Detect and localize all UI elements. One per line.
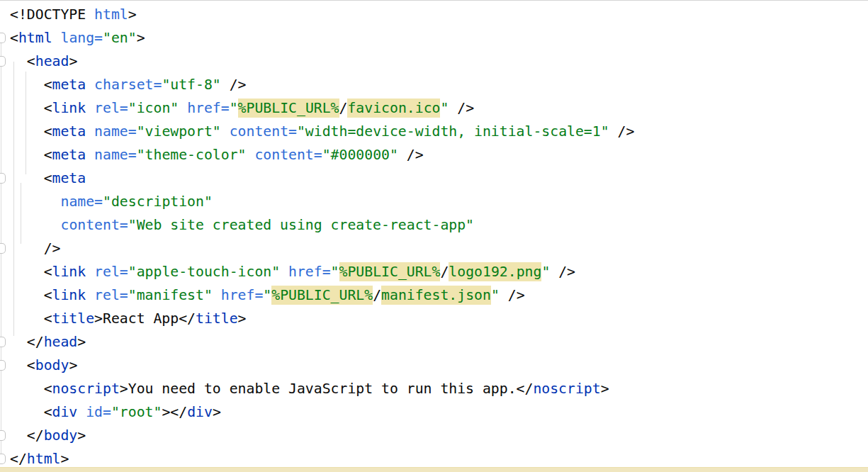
code-token: < [10, 404, 52, 420]
template-highlight: logo192.png [449, 262, 541, 281]
code-token: lang= [60, 30, 103, 46]
code-token: " [263, 287, 271, 303]
code-token [86, 147, 94, 163]
code-line[interactable]: name="description" [0, 190, 868, 213]
code-token: ></ [162, 404, 187, 420]
code-line[interactable]: <link rel="icon" href="%PUBLIC_URL%/favi… [0, 96, 868, 120]
code-editor[interactable]: <!DOCTYPE html><html lang="en"> <head> <… [0, 0, 868, 472]
code-line[interactable]: /> [0, 237, 868, 260]
code-line[interactable]: <body> [0, 354, 868, 377]
code-token: name= [60, 193, 103, 210]
code-line[interactable]: <meta name="viewport" content="width=dev… [0, 120, 868, 143]
code-token: "root" [111, 404, 162, 420]
code-token: href= [187, 100, 230, 116]
code-token [280, 264, 288, 280]
code-token: title [196, 310, 238, 327]
code-token: meta [52, 170, 86, 186]
code-token: " [331, 264, 339, 280]
code-token: /> [221, 77, 247, 93]
code-line[interactable]: <title>React App</title> [0, 307, 868, 330]
fold-toggle[interactable] [0, 337, 6, 347]
fold-toggle[interactable] [0, 430, 6, 441]
code-area[interactable]: <!DOCTYPE html><html lang="en"> <head> <… [0, 3, 868, 471]
code-token: > [213, 404, 221, 420]
code-token: < [10, 30, 18, 46]
code-token: </ [10, 334, 44, 350]
code-line[interactable]: <!DOCTYPE html> [0, 3, 868, 26]
code-token: > [238, 310, 247, 327]
code-line[interactable]: <meta name="theme-color" content="#00000… [0, 143, 868, 167]
code-token: " [541, 264, 550, 280]
code-token: div [187, 404, 213, 420]
code-token: / [440, 264, 449, 280]
code-token: > [77, 334, 86, 350]
code-token: content= [60, 217, 128, 233]
fold-toggle[interactable] [0, 243, 6, 254]
bottom-strip [0, 467, 868, 472]
code-token: id= [86, 404, 111, 420]
code-line[interactable]: </body> [0, 424, 868, 447]
code-token: "Web site created using create-react-app… [128, 217, 474, 233]
code-token: < [10, 357, 35, 373]
code-token: > [77, 427, 86, 444]
code-line[interactable]: <meta charset="utf-8" /> [0, 73, 868, 96]
code-token [221, 123, 230, 140]
fold-toggle[interactable] [0, 33, 6, 43]
code-token [86, 264, 94, 280]
code-token: name= [94, 123, 137, 140]
fold-connector-line [13, 62, 14, 336]
code-token: link [52, 264, 86, 280]
code-token: href= [288, 264, 331, 280]
code-token: < [10, 310, 52, 327]
code-token: < [10, 170, 52, 186]
code-line[interactable]: <link rel="manifest" href="%PUBLIC_URL%/… [0, 283, 868, 307]
code-token: >React App</ [94, 310, 196, 327]
code-token: "icon" [128, 100, 179, 116]
code-token: /> [398, 147, 424, 163]
code-line[interactable]: </head> [0, 330, 868, 354]
template-highlight: %PUBLIC_URL% [238, 99, 339, 118]
fold-toggle[interactable] [0, 454, 6, 464]
fold-toggle[interactable] [0, 360, 6, 371]
code-token: "description" [103, 193, 213, 210]
code-token: body [44, 427, 78, 444]
code-token: meta [52, 77, 86, 93]
code-token: / [373, 287, 381, 303]
code-token: /> [449, 100, 474, 116]
code-token: > [601, 381, 609, 397]
fold-toggle[interactable] [0, 56, 6, 67]
code-token [179, 100, 187, 116]
code-token: link [52, 287, 86, 303]
code-token: < [10, 147, 52, 163]
code-line[interactable]: content="Web site created using create-r… [0, 213, 868, 237]
code-token: content= [254, 147, 322, 163]
fold-toggle[interactable] [0, 173, 6, 184]
code-token: < [10, 123, 52, 140]
code-token: head [35, 53, 69, 69]
code-token: / [339, 100, 348, 116]
code-token: /> [550, 264, 575, 280]
code-token: link [52, 100, 86, 116]
code-token [86, 287, 94, 303]
code-token: </ [10, 451, 27, 467]
code-line[interactable]: <div id="root"></div> [0, 400, 868, 424]
code-token: /> [609, 123, 635, 140]
code-token: name= [94, 147, 137, 163]
code-line[interactable]: <noscript>You need to enable JavaScript … [0, 377, 868, 400]
code-token: charset= [94, 77, 162, 93]
code-token [10, 217, 60, 233]
code-token: > [137, 30, 145, 46]
code-line[interactable]: <meta [0, 167, 868, 190]
fold-connector-line [26, 72, 26, 174]
code-token: "viewport" [137, 123, 221, 140]
code-line[interactable]: <html lang="en"> [0, 26, 868, 50]
code-token: /> [500, 287, 525, 303]
code-token: noscript [52, 381, 120, 397]
code-line[interactable]: <head> [0, 50, 868, 73]
code-token [213, 287, 221, 303]
code-token: "en" [103, 30, 137, 46]
code-token: </ [10, 427, 44, 444]
code-token: < [10, 264, 52, 280]
code-line[interactable]: <link rel="apple-touch-icon" href="%PUBL… [0, 260, 868, 283]
code-token [10, 193, 60, 210]
